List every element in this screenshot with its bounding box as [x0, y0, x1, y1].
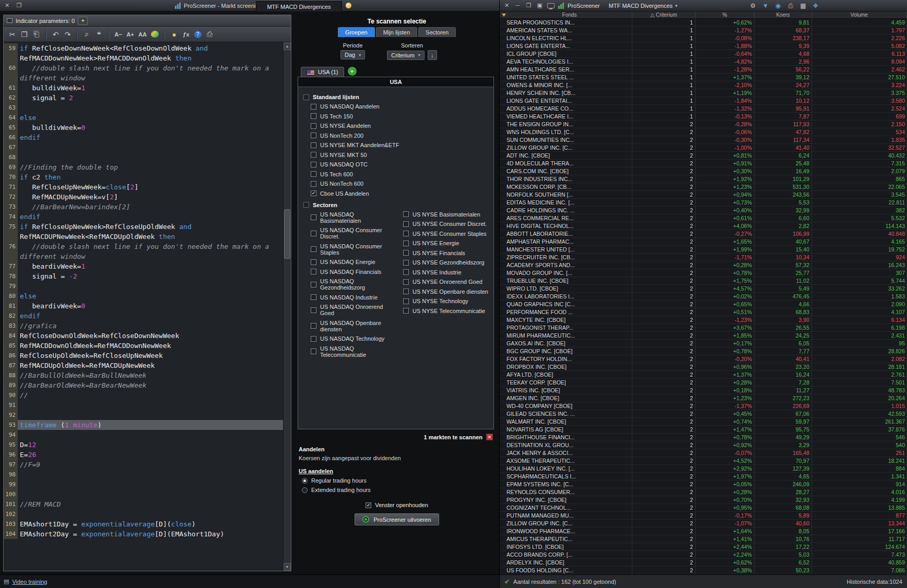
- wizard-button[interactable]: ✦: [78, 17, 88, 25]
- list-item-us-nasdaq-consumer-discret[interactable]: US NASDAQ Consumer Discret.: [311, 227, 396, 239]
- table-row[interactable]: TEEKAY CORP. [CBOE]2+0,28%7,287.501: [500, 379, 907, 387]
- color-wheel-icon[interactable]: ●: [151, 31, 159, 38]
- code-text[interactable]: [18, 142, 283, 152]
- column-header-koers[interactable]: Koers: [755, 11, 812, 18]
- code-text[interactable]: //: [18, 390, 283, 400]
- list-item-us-nyse-aandelen[interactable]: US NYSE Aandelen: [311, 123, 488, 129]
- scrollbar-thumb[interactable]: [284, 209, 290, 259]
- list-item-us-nasdaq-technology[interactable]: US NASDAQ Technology: [311, 335, 396, 342]
- table-row[interactable]: AMPHASTAR PHARMAC...2+1,65%40,674.165: [500, 238, 907, 246]
- list-item-us-nasdaq-financials[interactable]: US NASDAQ Financials: [311, 269, 396, 275]
- table-row[interactable]: WD-40 COMPANY [CBOE]2-1,37%226,691.015: [500, 402, 907, 410]
- checkbox[interactable]: [403, 260, 409, 266]
- monitor-icon[interactable]: [547, 3, 555, 8]
- code-text[interactable]: else: [18, 291, 283, 301]
- table-row[interactable]: THE ENSIGN GROUP IN...2-0,28%117,932.150: [500, 121, 907, 128]
- user-icon[interactable]: ◉: [773, 2, 783, 9]
- code-text[interactable]: endif: [18, 311, 283, 321]
- table-row[interactable]: AFYA LTD. [CBOE]2+1,37%16,242.761: [500, 371, 907, 379]
- list-item-us-nasdaq-telecommunicatie[interactable]: US NASDAQ Telecommunicatie: [311, 345, 396, 358]
- code-text[interactable]: //Finding the double top: [18, 162, 283, 172]
- checkbox[interactable]: [311, 152, 316, 158]
- code-text[interactable]: [18, 400, 283, 410]
- list-item-us-nyse-energie[interactable]: US NYSE Energie: [403, 240, 488, 246]
- table-row[interactable]: ACADEMY SPORTS AND...2+0,28%57,3216.243: [500, 261, 907, 269]
- table-row[interactable]: AMN HEALTHCARE SER...1-1,28%56,222.462: [500, 66, 907, 74]
- code-text[interactable]: bulldivWeek=1: [18, 83, 283, 93]
- list-item-us-nontech-200[interactable]: US NonTech 200: [311, 133, 488, 139]
- code-text[interactable]: endif: [18, 212, 283, 222]
- checkbox[interactable]: [311, 307, 316, 313]
- checkbox[interactable]: [311, 214, 316, 220]
- code-text[interactable]: E=26: [18, 450, 283, 460]
- bulb-icon[interactable]: ●: [170, 30, 178, 39]
- table-row[interactable]: ABBOTT LABORATORIE...2-0,27%106,9940.848: [500, 230, 907, 238]
- checkbox[interactable]: [403, 211, 409, 217]
- list-item-us-nyse-industrie[interactable]: US NYSE Industrie: [403, 269, 488, 275]
- table-row[interactable]: SERA PROGNOSTICS IN...1+0,62%9,814.459: [500, 19, 907, 27]
- table-row[interactable]: IRONWOOD PHARMACE...2+1,64%8,0517.166: [500, 527, 907, 535]
- code-text[interactable]: [18, 489, 283, 499]
- grid-icon[interactable]: ▦: [798, 2, 808, 9]
- table-row[interactable]: WIPRO LTD. [CBOE]2+4,57%5,4933.262: [500, 285, 907, 293]
- tab-usa[interactable]: USA (1): [301, 67, 344, 77]
- maximize-window-icon[interactable]: ❐: [15, 2, 23, 9]
- sectoren-header[interactable]: Sectoren: [303, 202, 488, 208]
- list-item-us-nasdaq-industrie[interactable]: US NASDAQ Industrie: [311, 294, 396, 301]
- search-icon[interactable]: ⌕: [83, 30, 91, 39]
- table-row[interactable]: GAXOS.AI INC. [CBOE]2+0,17%6,0595: [500, 340, 907, 347]
- tab-sectoren[interactable]: Sectoren: [418, 27, 456, 37]
- code-text[interactable]: //BarBearNew=barindex[2]: [18, 202, 283, 212]
- list-item-us-nasdaq-aandelen[interactable]: US NASDAQ Aandelen: [311, 103, 488, 110]
- table-row[interactable]: MANCHESTER UNITED [...2+1,99%15,4019.752: [500, 246, 907, 254]
- checkbox[interactable]: [311, 259, 316, 265]
- table-row[interactable]: INFOSYS LTD. [CBOE]2+2,44%17,22124.674: [500, 543, 907, 551]
- checkbox[interactable]: [403, 231, 409, 236]
- table-row[interactable]: PROTAGONIST THERAP...2+3,67%26,556.198: [500, 324, 907, 332]
- code-text[interactable]: EMAshort1Day = exponentialaverage[D](clo…: [18, 519, 283, 529]
- list-item-us-nasdaq-energie[interactable]: US NASDAQ Energie: [311, 259, 396, 265]
- table-row[interactable]: EDITAS MEDICINE INC. [...2+0,73%5,5322.8…: [500, 199, 907, 207]
- code-text[interactable]: [18, 152, 283, 162]
- table-row[interactable]: JACK HENRY & ASSOCI...2-0,07%165,48251: [500, 449, 907, 457]
- table-row[interactable]: SCPHARMACEUTICALS I...2+1,97%4,651.341: [500, 473, 907, 481]
- table-row[interactable]: DROPBOX INC. [CBOE]2+0,96%23,2028.181: [500, 363, 907, 371]
- table-row[interactable]: ARDELYX INC. [CBOE]2+0,62%6,5240.859: [500, 559, 907, 567]
- code-text[interactable]: [18, 470, 283, 479]
- tab-mijn-lijsten[interactable]: Mijn lijsten: [376, 27, 417, 37]
- checkbox[interactable]: [403, 221, 409, 227]
- checkbox[interactable]: [311, 104, 316, 110]
- sort-direction-button[interactable]: ↓: [428, 50, 437, 60]
- code-text[interactable]: //REM MACD: [18, 499, 283, 509]
- table-row[interactable]: VIEMED HEALTHCARE I...1-0,13%7,87699: [500, 113, 907, 121]
- table-row[interactable]: AXSOME THERAPEUTIC...2+4,52%70,9718.241: [500, 457, 907, 465]
- radio-extended-trading-hours[interactable]: Extended trading hours: [302, 487, 499, 493]
- code-text[interactable]: //double slash next line if you don't ne…: [18, 63, 283, 83]
- table-row[interactable]: WNS HOLDINGS LTD. [C...2-0,06%47,82534: [500, 128, 907, 136]
- checkbox[interactable]: [403, 279, 409, 285]
- filter-icon[interactable]: [502, 14, 506, 17]
- checkbox[interactable]: [311, 349, 316, 354]
- code-text[interactable]: if RefCloseUpNewWeek>RefCloseUpOldWeek a…: [18, 222, 283, 242]
- sorteren-select[interactable]: Criterium: [387, 51, 425, 60]
- table-row[interactable]: HENRY SCHEIN INC. [CB...1+1,19%71,703.37…: [500, 89, 907, 97]
- code-text[interactable]: [18, 103, 283, 113]
- table-row[interactable]: ADDUS HOMECARE CO...1-1,32%95,912.524: [500, 105, 907, 113]
- table-row[interactable]: US FOODS HOLDING [C...2+0,38%50,237.086: [500, 567, 907, 574]
- table-row[interactable]: TRUEBLUE INC. [CBOE]2+1,75%11,025.744: [500, 277, 907, 285]
- table-row[interactable]: UNITED STATES STEEL ...1+1,37%39,1227.51…: [500, 74, 907, 81]
- checkbox[interactable]: [311, 282, 316, 287]
- code-text[interactable]: beardivWeek=0: [18, 301, 283, 311]
- video-training-link[interactable]: Video training: [12, 579, 47, 585]
- checkbox[interactable]: [403, 269, 409, 275]
- table-row[interactable]: NORFOLK SOUTHERN [...2+0,94%243,563.545: [500, 191, 907, 199]
- list-item-us-nyse-gezondheidszorg[interactable]: US NYSE Gezondheidszorg: [403, 259, 488, 266]
- close-window-icon[interactable]: ✕: [3, 2, 11, 9]
- code-text[interactable]: RefCloseDownOldWeek=RefCloseDownNewWeek: [18, 331, 283, 341]
- column-header-[interactable]: %: [696, 11, 755, 18]
- standaard-lijsten-header[interactable]: Standaard lijsten: [303, 94, 488, 100]
- code-text[interactable]: [18, 479, 283, 489]
- table-row[interactable]: 4D MOLECULAR THERA...2+0,91%25,487.315: [500, 160, 907, 167]
- print-icon[interactable]: ⎙: [206, 30, 214, 39]
- font-size-icon[interactable]: AA: [138, 31, 147, 38]
